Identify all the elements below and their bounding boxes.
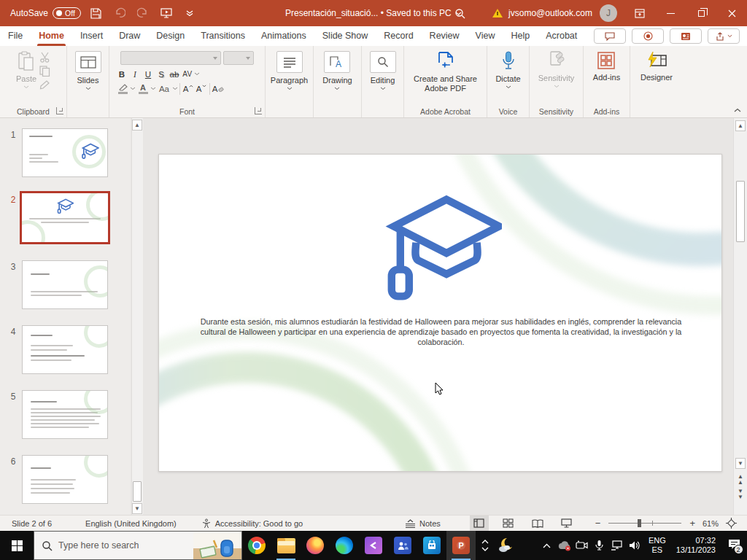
- cut-icon[interactable]: [39, 52, 50, 63]
- italic-button[interactable]: I: [128, 68, 142, 80]
- tab-insert[interactable]: Insert: [72, 27, 111, 46]
- tray-network[interactable]: [608, 531, 626, 560]
- scroll-up-button[interactable]: ▲: [132, 120, 142, 131]
- scroll-down-button[interactable]: ▼: [132, 503, 142, 514]
- slide-sorter-view-button[interactable]: [499, 516, 518, 532]
- dictate-button[interactable]: Dictate: [495, 51, 520, 89]
- accessibility-checker[interactable]: Accessibility: Good to go: [194, 516, 310, 532]
- chevron-down-icon[interactable]: [150, 87, 156, 90]
- taskbar-firefox[interactable]: [301, 531, 330, 560]
- tray-clock[interactable]: 07:32 13/11/2023: [671, 536, 721, 555]
- slide-thumbnail-6[interactable]: [22, 455, 108, 504]
- editing-button[interactable]: Editing: [370, 51, 396, 90]
- tray-language-switcher[interactable]: ENG ES: [643, 536, 671, 555]
- language-indicator[interactable]: English (United Kingdom): [78, 516, 184, 532]
- grow-font-button[interactable]: A: [182, 82, 195, 95]
- taskbar-overflow-arrows[interactable]: [476, 531, 495, 560]
- zoom-in-button[interactable]: +: [689, 518, 695, 529]
- fit-slide-to-window-button[interactable]: [723, 516, 747, 532]
- font-dialog-launcher[interactable]: [255, 107, 262, 114]
- slide-canvas[interactable]: Durante esta sesión, mis alumnos estudia…: [158, 154, 722, 472]
- redo-button[interactable]: [135, 5, 151, 21]
- strikethrough-button[interactable]: ab: [168, 68, 181, 80]
- highlight-color-button[interactable]: [115, 82, 130, 95]
- slide-thumbnail-3[interactable]: [22, 260, 108, 309]
- character-spacing-button[interactable]: AV: [181, 68, 194, 80]
- slide-body-text[interactable]: Durante esta sesión, mis alumnos estudia…: [196, 316, 686, 348]
- tab-slide-show[interactable]: Slide Show: [314, 27, 376, 46]
- main-scrollbar[interactable]: ▲ ▼ ▲▲ ▼▼: [733, 118, 747, 515]
- change-case-button[interactable]: Aa: [156, 82, 172, 95]
- zoom-out-button[interactable]: −: [595, 518, 601, 529]
- tray-notification-center[interactable]: 2: [721, 531, 747, 560]
- save-button[interactable]: [88, 5, 104, 21]
- collapse-ribbon-button[interactable]: [734, 104, 741, 114]
- slideshow-view-button[interactable]: [557, 516, 576, 532]
- account-avatar[interactable]: J: [600, 4, 617, 22]
- quick-access-chevron[interactable]: [182, 5, 198, 21]
- sensitivity-button[interactable]: Sensitivity: [538, 51, 575, 88]
- taskbar-clipchamp[interactable]: [359, 531, 388, 560]
- start-button[interactable]: [0, 531, 34, 560]
- font-size-combo[interactable]: [223, 51, 254, 65]
- thumbnail-scrollbar-thumb[interactable]: [133, 481, 142, 502]
- tab-help[interactable]: Help: [503, 27, 538, 46]
- chevron-down-icon[interactable]: [130, 87, 136, 90]
- comments-button[interactable]: [594, 28, 626, 44]
- tab-review[interactable]: Review: [422, 27, 468, 46]
- record-button[interactable]: [632, 28, 664, 44]
- undo-button[interactable]: [112, 5, 128, 21]
- slide-thumbnail-2-selected[interactable]: [20, 191, 110, 244]
- taskbar-store[interactable]: [417, 531, 446, 560]
- drawing-button[interactable]: A Drawing: [322, 51, 352, 90]
- reading-view-button[interactable]: [528, 516, 547, 532]
- save-status[interactable]: Saved to this PC: [386, 8, 451, 18]
- next-slide-button[interactable]: ▼▼: [735, 489, 746, 500]
- slide-indicator[interactable]: Slide 2 of 6: [0, 516, 59, 532]
- underline-button[interactable]: U: [142, 68, 155, 80]
- thumbnail-scrollbar[interactable]: ▲ ▼: [131, 118, 143, 515]
- paragraph-button[interactable]: Paragraph: [271, 51, 308, 90]
- taskbar-file-explorer[interactable]: [271, 531, 301, 560]
- slide-thumbnail-1[interactable]: [22, 128, 108, 177]
- previous-slide-button[interactable]: ▲▲: [735, 474, 746, 486]
- tab-transitions[interactable]: Transitions: [193, 27, 253, 46]
- bold-button[interactable]: B: [115, 68, 128, 80]
- scroll-up-button[interactable]: ▲: [735, 120, 746, 131]
- tab-animations[interactable]: Animations: [253, 27, 314, 46]
- slides-button[interactable]: Slides: [75, 51, 101, 90]
- create-pdf-button[interactable]: Create and ShareAdobe PDF: [414, 51, 477, 93]
- tab-design[interactable]: Design: [148, 27, 193, 46]
- taskbar-teams[interactable]: [388, 531, 417, 560]
- chevron-down-icon[interactable]: [172, 87, 178, 90]
- tray-show-hidden-icons[interactable]: [538, 531, 556, 560]
- addins-button[interactable]: Add-ins: [593, 51, 620, 82]
- shrink-font-button[interactable]: A: [195, 82, 208, 95]
- tab-acrobat[interactable]: Acrobat: [538, 27, 585, 46]
- present-button[interactable]: [670, 28, 702, 44]
- main-scrollbar-thumb[interactable]: [736, 181, 745, 242]
- share-button[interactable]: [708, 28, 740, 44]
- font-name-combo[interactable]: [120, 51, 221, 65]
- minimize-button[interactable]: [655, 0, 686, 26]
- taskbar-edge[interactable]: [330, 531, 359, 560]
- scroll-down-button[interactable]: ▼: [735, 458, 746, 469]
- tab-record[interactable]: Record: [376, 27, 421, 46]
- format-painter-icon[interactable]: [39, 79, 50, 90]
- copy-icon[interactable]: [39, 66, 50, 77]
- taskbar-search-box[interactable]: Type here to search: [34, 531, 242, 560]
- zoom-slider-thumb[interactable]: [638, 519, 641, 527]
- taskbar-powerpoint-active[interactable]: P: [446, 531, 476, 560]
- font-color-button[interactable]: A: [136, 82, 150, 95]
- tray-camera[interactable]: [573, 531, 591, 560]
- restore-button[interactable]: [686, 0, 716, 26]
- notes-button[interactable]: Notes: [398, 516, 448, 532]
- chevron-down-icon[interactable]: [194, 72, 200, 76]
- account-email[interactable]: jvsomo@outlook.com: [508, 8, 592, 18]
- tab-file[interactable]: File: [0, 27, 31, 46]
- text-shadow-button[interactable]: S: [155, 68, 168, 80]
- taskbar-weather[interactable]: [495, 531, 519, 560]
- slide-thumbnail-4[interactable]: [22, 325, 108, 374]
- designer-button[interactable]: Designer: [640, 51, 673, 82]
- close-button[interactable]: [716, 0, 747, 26]
